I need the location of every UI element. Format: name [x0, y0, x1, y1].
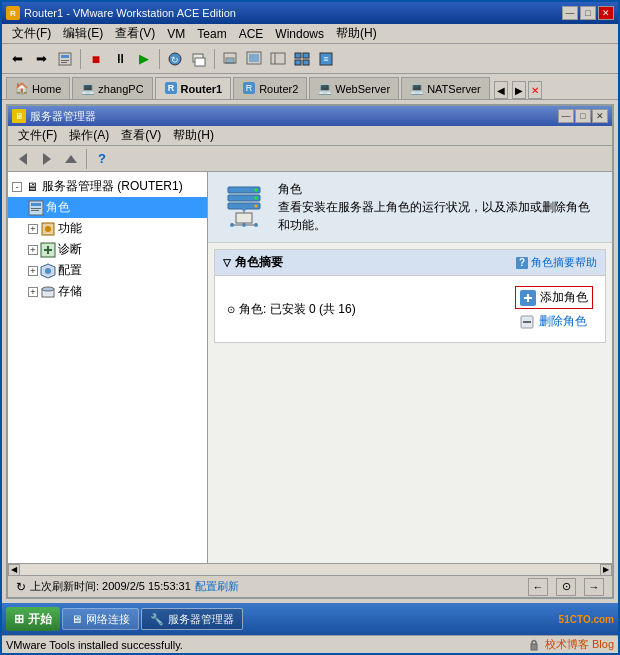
- status-right: ← ⊙ →: [528, 578, 604, 596]
- tab-router2[interactable]: R Router2: [233, 77, 307, 99]
- add-role-link[interactable]: 添加角色: [515, 286, 593, 309]
- status-help-btn[interactable]: ⊙: [556, 578, 576, 596]
- svg-text:?: ?: [519, 257, 525, 268]
- svg-text:≡: ≡: [323, 54, 328, 64]
- scroll-left-btn[interactable]: ◀: [8, 564, 20, 576]
- tab-next-button[interactable]: ▶: [512, 81, 526, 99]
- taskbar-item-network[interactable]: 🖥 网络连接: [62, 608, 139, 630]
- inner-minimize-button[interactable]: —: [558, 109, 574, 123]
- toolbar-btn-9[interactable]: ≡: [315, 48, 337, 70]
- inner-window: 🖥 服务器管理器 — □ ✕ 文件(F) 操作(A) 查看(V) 帮助(H): [6, 104, 614, 599]
- svg-point-44: [255, 197, 258, 200]
- add-role-label: 添加角色: [540, 289, 588, 306]
- tab-prev-button[interactable]: ◀: [494, 81, 508, 99]
- inner-toolbar-forward[interactable]: [36, 148, 58, 170]
- toolbar-btn-6[interactable]: [243, 48, 265, 70]
- tree-expand-root[interactable]: -: [12, 182, 22, 192]
- refresh-link[interactable]: 配置刷新: [195, 579, 239, 594]
- inner-toolbar-help[interactable]: ?: [91, 148, 113, 170]
- tree-item-features[interactable]: + 功能: [8, 218, 207, 239]
- role-row: ⊙ 角色: 已安装 0 (共 16) 添加角色: [223, 284, 597, 334]
- menu-team[interactable]: Team: [191, 25, 232, 43]
- toolbar-btn-1[interactable]: ⬅: [6, 48, 28, 70]
- section-title-text: 角色摘要: [235, 254, 283, 271]
- svg-point-37: [45, 268, 51, 274]
- tree-item-storage[interactable]: + 存储: [8, 281, 207, 302]
- scroll-track[interactable]: [20, 564, 600, 576]
- inner-toolbar-back[interactable]: [12, 148, 34, 170]
- tab-zhangpc-icon: 💻: [81, 82, 95, 95]
- menu-file[interactable]: 文件(F): [6, 23, 57, 44]
- toolbar-pause[interactable]: ⏸: [109, 48, 131, 70]
- tree-expand-config[interactable]: +: [28, 266, 38, 276]
- taskbar-server-icon: 🔧: [150, 613, 164, 626]
- inner-toolbar-up[interactable]: [60, 148, 82, 170]
- taskbar-network-label: 网络连接: [86, 612, 130, 627]
- inner-close-button[interactable]: ✕: [592, 109, 608, 123]
- svg-rect-3: [61, 62, 67, 63]
- add-role-icon: [520, 290, 536, 306]
- menu-help[interactable]: 帮助(H): [330, 23, 383, 44]
- status-back-btn[interactable]: ←: [528, 578, 548, 596]
- taskbar-network-icon: 🖥: [71, 613, 82, 625]
- tab-close-button[interactable]: ✕: [528, 81, 542, 99]
- toolbar-stop[interactable]: ■: [85, 48, 107, 70]
- status-forward-btn[interactable]: →: [584, 578, 604, 596]
- tree-label-config: 配置: [58, 262, 82, 279]
- inner-maximize-button[interactable]: □: [575, 109, 591, 123]
- start-button[interactable]: ⊞ 开始: [6, 607, 60, 631]
- toolbar-btn-5[interactable]: [188, 48, 210, 70]
- minimize-button[interactable]: —: [562, 6, 578, 20]
- menu-vm[interactable]: VM: [161, 25, 191, 43]
- role-header-icon: [220, 183, 268, 231]
- section-help-link[interactable]: ? 角色摘要帮助: [515, 255, 597, 270]
- tab-webserver[interactable]: 💻 WebServer: [309, 77, 399, 99]
- svg-rect-46: [236, 213, 252, 223]
- inner-menu-action[interactable]: 操作(A): [63, 125, 115, 146]
- svg-rect-16: [295, 60, 301, 65]
- toolbar-play[interactable]: ▶: [133, 48, 155, 70]
- window-title: Router1 - VMware Workstation ACE Edition: [24, 7, 236, 19]
- svg-rect-29: [31, 208, 41, 209]
- section-body: ⊙ 角色: 已安装 0 (共 16) 添加角色: [215, 276, 605, 342]
- tab-natserver[interactable]: 💻 NATServer: [401, 77, 490, 99]
- toolbar-btn-7[interactable]: [267, 48, 289, 70]
- role-summary-section: ▽ 角色摘要 ? 角色摘要帮助 ⊙ 角色: 已安装 0 (共 16): [214, 249, 606, 343]
- remove-role-link[interactable]: 删除角色: [515, 311, 593, 332]
- scroll-right-btn[interactable]: ▶: [600, 564, 612, 576]
- toolbar-btn-2[interactable]: ➡: [30, 48, 52, 70]
- menu-windows[interactable]: Windows: [269, 25, 330, 43]
- svg-rect-28: [31, 203, 41, 206]
- tree-item-diagnose[interactable]: + 诊断: [8, 239, 207, 260]
- tree-expand-storage[interactable]: +: [28, 287, 38, 297]
- inner-menu-file[interactable]: 文件(F): [12, 125, 63, 146]
- maximize-button[interactable]: □: [580, 6, 596, 20]
- tree-expand-diagnose[interactable]: +: [28, 245, 38, 255]
- toolbar-btn-snap[interactable]: ↻: [164, 48, 186, 70]
- taskbar-item-server[interactable]: 🔧 服务器管理器: [141, 608, 243, 630]
- tab-router1[interactable]: R Router1: [155, 77, 232, 99]
- tree-item-roles[interactable]: 角色: [8, 197, 207, 218]
- inner-title-bar: 🖥 服务器管理器 — □ ✕: [8, 106, 612, 126]
- toolbar-btn-3[interactable]: [54, 48, 76, 70]
- tab-natserver-icon: 💻: [410, 82, 424, 95]
- tab-home[interactable]: 🏠 Home: [6, 77, 70, 99]
- tab-zhangpc[interactable]: 💻 zhangPC: [72, 77, 152, 99]
- svg-rect-14: [295, 53, 301, 58]
- svg-marker-24: [19, 153, 27, 165]
- menu-edit[interactable]: 编辑(E): [57, 23, 109, 44]
- section-help-label: 角色摘要帮助: [531, 255, 597, 270]
- tree-item-config[interactable]: + 配置: [8, 260, 207, 281]
- close-button[interactable]: ✕: [598, 6, 614, 20]
- tree-item-root[interactable]: - 🖥 服务器管理器 (ROUTER1): [8, 176, 207, 197]
- inner-menu-view[interactable]: 查看(V): [115, 125, 167, 146]
- inner-menu-help[interactable]: 帮助(H): [167, 125, 220, 146]
- svg-rect-0: [59, 53, 71, 65]
- toolbar-btn-8[interactable]: [291, 48, 313, 70]
- toolbar-fullscreen[interactable]: [219, 48, 241, 70]
- menu-ace[interactable]: ACE: [233, 25, 270, 43]
- tab-router2-label: Router2: [259, 83, 298, 95]
- menu-view[interactable]: 查看(V): [109, 23, 161, 44]
- tree-expand-features[interactable]: +: [28, 224, 38, 234]
- right-panel: 角色 查看安装在服务器上角色的运行状况，以及添加或删除角色和功能。 ▽ 角色摘要…: [208, 172, 612, 563]
